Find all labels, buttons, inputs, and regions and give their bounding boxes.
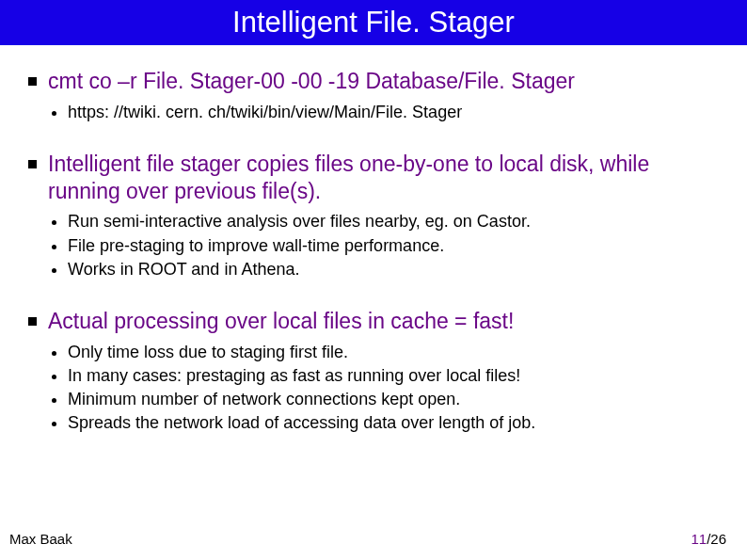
- footer-page: 11/26: [691, 531, 726, 547]
- section-heading: Intelligent file stager copies files one…: [48, 151, 719, 205]
- sublist-3: Only time loss due to staging first file…: [68, 341, 719, 436]
- list-item: https: //twiki. cern. ch/twiki/bin/view/…: [68, 101, 719, 124]
- square-bullet-icon: [28, 160, 37, 168]
- list-item: File pre-staging to improve wall-time pe…: [68, 234, 719, 258]
- sublist-1: https: //twiki. cern. ch/twiki/bin/view/…: [68, 101, 719, 124]
- list-item: Only time loss due to staging first file…: [68, 341, 719, 364]
- section-heading: Actual processing over local files in ca…: [48, 308, 514, 335]
- section-3: Actual processing over local files in ca…: [28, 308, 719, 436]
- slide: Intelligent File. Stager cmt co –r File.…: [0, 0, 747, 560]
- list-item: In many cases: prestaging as fast as run…: [68, 364, 719, 388]
- slide-footer: Max Baak 11/26: [0, 531, 747, 547]
- page-current: 11: [691, 531, 707, 547]
- section-heading: cmt co –r File. Stager-00 -00 -19 Databa…: [48, 68, 575, 95]
- section-row: Actual processing over local files in ca…: [28, 308, 719, 335]
- footer-author: Max Baak: [9, 531, 72, 547]
- page-total: /26: [707, 531, 726, 547]
- list-item: Spreads the network load of accessing da…: [68, 411, 719, 435]
- section-row: Intelligent file stager copies files one…: [28, 151, 719, 205]
- section-1: cmt co –r File. Stager-00 -00 -19 Databa…: [28, 68, 719, 124]
- slide-body: cmt co –r File. Stager-00 -00 -19 Databa…: [0, 45, 747, 436]
- section-2: Intelligent file stager copies files one…: [28, 151, 719, 281]
- square-bullet-icon: [28, 317, 37, 326]
- sublist-2: Run semi-interactive analysis over files…: [68, 210, 719, 281]
- list-item: Works in ROOT and in Athena.: [68, 258, 719, 281]
- title-bar: Intelligent File. Stager: [0, 0, 747, 45]
- section-row: cmt co –r File. Stager-00 -00 -19 Databa…: [28, 68, 719, 95]
- slide-title: Intelligent File. Stager: [232, 6, 515, 40]
- list-item: Run semi-interactive analysis over files…: [68, 210, 719, 233]
- list-item: Minimum number of network connections ke…: [68, 388, 719, 411]
- square-bullet-icon: [28, 77, 37, 86]
